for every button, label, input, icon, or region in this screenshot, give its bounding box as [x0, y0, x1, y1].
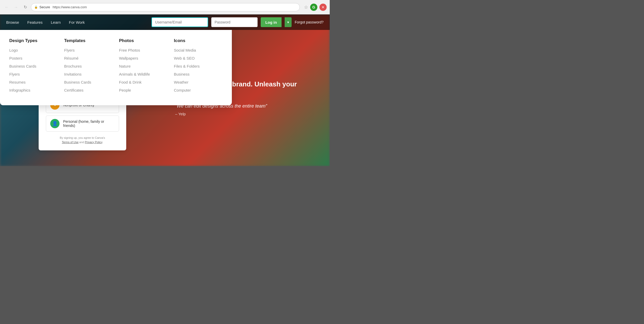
nav-learn[interactable]: Learn: [51, 20, 61, 25]
template-business-cards[interactable]: Business Cards: [64, 80, 113, 84]
nav-features[interactable]: Features: [27, 20, 43, 25]
templates-col: Templates Flyers Résumé Brochures Invita…: [64, 38, 113, 96]
icons-business[interactable]: Business: [174, 72, 223, 76]
login-button[interactable]: Log in: [261, 17, 282, 27]
photos-people[interactable]: People: [119, 88, 168, 92]
icons-social-media[interactable]: Social Media: [174, 48, 223, 52]
templates-title: Templates: [64, 38, 113, 43]
terms-text: By signing up, you agree to Canva's Term…: [46, 136, 119, 144]
photos-food[interactable]: Food & Drink: [119, 80, 168, 84]
design-types-title: Design Types: [9, 38, 58, 43]
photos-wallpapers[interactable]: Wallpapers: [119, 56, 168, 60]
url-text: Secure: [39, 5, 50, 9]
icons-files-folders[interactable]: Files & Folders: [174, 64, 223, 68]
personal-label: Personal (home, family or friends): [63, 119, 115, 128]
design-flyers[interactable]: Flyers: [9, 72, 58, 76]
template-invitations[interactable]: Invitations: [64, 72, 113, 76]
icons-title: Icons: [174, 38, 223, 43]
url-domain: https://www.canva.com: [53, 5, 87, 9]
forward-button[interactable]: →: [12, 4, 20, 11]
photos-animals[interactable]: Animals & Wildlife: [119, 72, 168, 76]
secure-icon: 🔒: [34, 5, 38, 9]
profile-icon[interactable]: G: [310, 4, 317, 11]
template-brochures[interactable]: Brochures: [64, 64, 113, 68]
browser-chrome: ← → ↻ 🔒 Secure https://www.canva.com ☆ G…: [0, 0, 330, 14]
photos-col: Photos Free Photos Wallpapers Nature Ani…: [119, 38, 168, 96]
design-resumes[interactable]: Resumes: [9, 80, 58, 84]
right-attribution: – Yelp: [175, 112, 319, 116]
browse-dropdown: Design Types Logo Posters Business Cards…: [0, 30, 232, 105]
icons-computer[interactable]: Computer: [174, 88, 223, 92]
page-content: Browse Features Learn For Work Log in ▾ …: [0, 14, 330, 166]
nav-browse[interactable]: Browse: [6, 20, 19, 25]
back-button[interactable]: ←: [3, 4, 10, 11]
design-business-cards[interactable]: Business Cards: [9, 64, 58, 68]
design-posters[interactable]: Posters: [9, 56, 58, 60]
template-flyers[interactable]: Flyers: [64, 48, 113, 52]
photos-free[interactable]: Free Photos: [119, 48, 168, 52]
photos-nature[interactable]: Nature: [119, 64, 168, 68]
bookmark-button[interactable]: ☆: [304, 4, 308, 10]
nav-right: Log in ▾ Forgot password?: [151, 17, 324, 27]
photos-title: Photos: [119, 38, 168, 43]
icons-weather[interactable]: Weather: [174, 80, 223, 84]
address-bar[interactable]: 🔒 Secure https://www.canva.com: [31, 3, 300, 11]
forgot-password-button[interactable]: Forgot password?: [295, 20, 324, 24]
design-types-col: Design Types Logo Posters Business Cards…: [9, 38, 58, 96]
close-button[interactable]: ✕: [319, 4, 327, 11]
template-resume[interactable]: Résumé: [64, 56, 113, 60]
template-certificates[interactable]: Certificates: [64, 88, 113, 92]
personal-icon: 👤: [50, 119, 60, 128]
login-dropdown-button[interactable]: ▾: [285, 17, 292, 27]
canva-navbar: Browse Features Learn For Work Log in ▾ …: [0, 14, 330, 30]
icons-web-seo[interactable]: Web & SEO: [174, 56, 223, 60]
refresh-button[interactable]: ↻: [22, 4, 29, 11]
terms-link[interactable]: Terms of Use: [62, 141, 79, 144]
privacy-link[interactable]: Privacy Policy: [85, 141, 102, 144]
username-input[interactable]: [151, 17, 208, 27]
password-input[interactable]: [211, 17, 258, 27]
signup-personal[interactable]: 👤 Personal (home, family or friends): [46, 116, 119, 132]
design-logo[interactable]: Logo: [9, 48, 58, 52]
nav-for-work[interactable]: For Work: [69, 20, 85, 25]
icons-col: Icons Social Media Web & SEO Files & Fol…: [174, 38, 223, 96]
design-infographics[interactable]: Infographics: [9, 88, 58, 92]
